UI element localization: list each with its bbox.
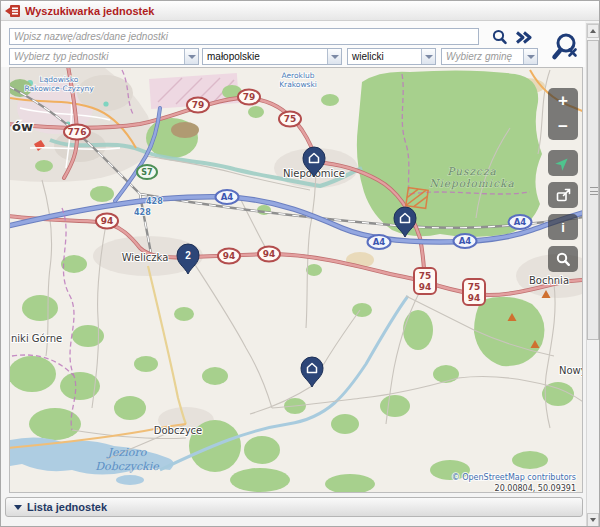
scroll-up-button[interactable] [587,24,599,38]
forest-label: Puszcza [447,165,496,177]
svg-text:A4: A4 [221,192,234,202]
town-label-krakow: ów [12,119,33,134]
town-label-bochnia: Bochnia [529,275,569,286]
clear-search-button[interactable] [549,30,581,64]
forest-label: Niepołomicka [429,177,514,190]
county-value: wielicki [348,49,421,64]
svg-text:A4: A4 [373,237,386,247]
road-shield-75: 75 [279,112,301,127]
search-icon [491,29,508,46]
county-select[interactable]: wielicki [347,48,436,65]
map-search-button[interactable] [548,246,578,272]
locate-button[interactable] [548,150,578,176]
svg-text:79: 79 [243,92,256,102]
collapse-icon [14,505,22,510]
road-shield-94: 94 [96,214,118,229]
unit-list-label: Lista jednostek [27,501,107,513]
lake-label: Jezioro [106,446,148,459]
map-attribution: © OpenStreetMap contributors [452,473,576,482]
town-label-nowy: Nowy [559,365,583,376]
search-form: Wybierz typ jednostki małopolskie wielic… [1,21,585,67]
voivodeship-value: małopolskie [203,49,327,64]
commune-select[interactable]: Wybierz gminę [441,48,538,65]
svg-text:94: 94 [263,249,276,259]
navigation-arrow-icon [555,155,571,171]
svg-text:776: 776 [68,127,87,137]
dropdown-arrow-icon[interactable] [421,49,435,64]
share-button[interactable] [548,182,578,208]
unit-type-select[interactable]: Wybierz typ jednostki [9,48,199,65]
svg-text:A4: A4 [459,236,472,246]
advanced-search-button[interactable] [513,27,533,47]
svg-text:94: 94 [419,282,432,292]
road-shield-94: 94 [258,247,280,262]
unit-search-window: Wyszukiwarka jednostek Wybier [0,0,600,527]
map-canvas[interactable]: 776 79 79 75 S7 94 94 94 A4 A4 A4 A4 759… [9,67,583,493]
aeroclub-label: Aeroklub [281,71,314,80]
road-shield-a4: A4 [454,234,477,248]
map-coordinates: 20.00804, 50.09391 [495,484,576,493]
info-button[interactable]: i [548,214,578,240]
town-label-wieliczka: Wieliczka [122,252,169,263]
unit-type-value: Wybierz typ jednostki [10,49,184,64]
road-shield-75-94: 7594 [414,268,436,294]
vertical-scrollbar[interactable] [586,23,600,527]
route-428-label: 428 [146,197,163,206]
town-label-dobczyce: Dobczyce [154,425,202,436]
svg-text:S7: S7 [141,168,152,177]
title-bar: Wyszukiwarka jednostek [1,1,599,21]
search-clear-icon [550,32,580,62]
cluster-count: 2 [185,250,191,261]
road-shield-776: 776 [64,125,90,140]
lake-label: Dobczyckie [95,460,160,473]
svg-text:75: 75 [284,114,297,124]
down-arrow-icon [590,518,596,522]
zoom-out-button[interactable]: − [548,114,578,140]
airfield-label: Rakowice-Czyżyny [24,84,94,93]
zoom-in-button[interactable]: + [548,88,578,114]
svg-text:A4: A4 [514,217,527,227]
svg-text:94: 94 [468,293,481,303]
dropdown-arrow-icon[interactable] [327,49,341,64]
road-shield-s7: S7 [137,165,157,179]
app-icon [5,4,21,18]
svg-text:75: 75 [419,271,432,281]
road-shield-79: 79 [187,98,209,113]
road-shield-a4: A4 [216,190,239,204]
town-label-swiatniki: niki Górne [11,333,62,344]
scroll-down-button[interactable] [587,513,599,527]
up-arrow-icon [590,29,596,33]
svg-text:94: 94 [101,216,114,226]
map-search-icon [555,251,571,267]
unit-list-bar[interactable]: Lista jednostek [5,497,583,517]
info-icon: i [561,220,565,235]
aeroclub-label: Krakowski [279,80,317,89]
scrollbar-thumb[interactable] [587,40,599,340]
grip-icon [590,187,598,195]
svg-text:79: 79 [192,100,205,110]
voivodeship-select[interactable]: małopolskie [202,48,342,65]
svg-text:75: 75 [468,282,481,292]
map-tiles: 776 79 79 75 S7 94 94 94 A4 A4 A4 A4 759… [10,68,583,493]
svg-text:94: 94 [223,251,236,261]
search-input[interactable] [9,28,479,45]
window-title: Wyszukiwarka jednostek [25,5,154,17]
share-icon [555,187,572,203]
road-shield-a4: A4 [368,235,391,249]
road-shield-94: 94 [218,249,240,264]
search-button[interactable] [489,27,509,47]
commune-value: Wybierz gminę [442,49,523,64]
dropdown-arrow-icon[interactable] [523,49,537,64]
road-shield-79: 79 [238,90,260,105]
zoom-control: + − [548,88,578,140]
route-428-label: 428 [134,208,151,217]
road-shield-a4: A4 [509,215,532,229]
dropdown-arrow-icon[interactable] [184,49,198,64]
airfield-label: Lądowisko [40,75,79,84]
road-shield-75-94: 7594 [463,279,485,305]
double-chevron-icon [515,30,532,45]
